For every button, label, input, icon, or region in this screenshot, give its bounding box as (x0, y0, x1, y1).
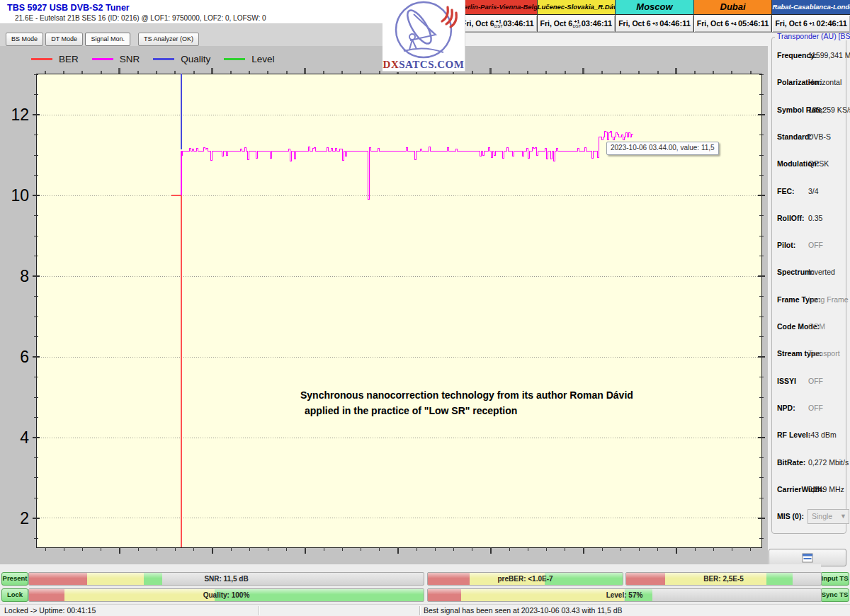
clock-dubai: DubaiFri, Oct 6+405:46:11 (693, 0, 772, 32)
sync-ts-button[interactable]: Sync TS (820, 588, 849, 602)
clock-title: Rabat-Casablanca-London (772, 0, 850, 15)
chart-plot: 24681012 (0, 46, 768, 564)
clock-date: Fri, Oct 6 (540, 19, 573, 28)
svg-text:2: 2 (20, 509, 29, 527)
clock-moscow: MoscowFri, Oct 6+304:46:11 (615, 0, 693, 32)
satellite-dish-icon (382, 0, 465, 59)
param-label-standard-: Standard: (777, 132, 812, 141)
param-label-pilot-: Pilot: (777, 241, 795, 249)
clock-berlin-paris-vienna-belgrade: Berlin-Paris-Vienna-BelgradeFri, Oct 6+1… (459, 0, 537, 32)
quality-bar: Quality: 100% (28, 588, 424, 602)
mis-label: MIS (0): (777, 512, 804, 520)
preber-bar: preBER: <1.0E-7 (427, 572, 623, 586)
chevron-down-icon: ▼ (840, 510, 846, 523)
level-bar: Level: 57% (427, 588, 822, 602)
param-value: CCM (808, 322, 825, 331)
clock-rabat-casablanca-london: Rabat-Casablanca-LondonFri, Oct 6+102:46… (771, 0, 850, 32)
clock-date: Fri, Oct 6 (697, 19, 730, 28)
param-value: 0.35 (808, 214, 822, 222)
best-signal-status: Best signal has been seen at 2023-10-06 … (424, 605, 623, 616)
param-value: OFF (808, 241, 823, 249)
param-label-npd-: NPD: (777, 404, 795, 412)
legend-swatch (31, 58, 52, 60)
svg-text:4: 4 (20, 428, 29, 447)
app-title: TBS 5927 USB DVB-S2 Tuner (7, 3, 130, 13)
clock-utc-offset: +1DST (494, 19, 504, 28)
param-value: 0,249 MHz (808, 485, 844, 494)
clock-utc-offset: +4 (729, 21, 738, 26)
clock-utc-offset: +1 (808, 21, 817, 26)
clock-utc-offset: +1DST (572, 19, 582, 28)
param-value: Long Frame (808, 295, 849, 304)
clock-date: Fri, Oct 6 (775, 19, 808, 28)
param-label-bitrate-: BitRate: (777, 458, 805, 467)
status-bar: Locked -> Uptime: 00:41:15 Best signal h… (0, 604, 850, 616)
param-label-rf-level-: RF Level: (777, 430, 810, 439)
present-button[interactable]: Present (1, 572, 28, 586)
legend-label: BER (59, 54, 79, 64)
svg-text:12: 12 (11, 105, 29, 124)
lock-button[interactable]: Lock (1, 588, 28, 602)
transponder-sidebar: Transponder (AU) [BS] Frequency:11599,34… (768, 32, 850, 604)
param-value: Horizontal (808, 78, 842, 86)
ber-bar: BER: 2,5E-5 (625, 572, 822, 586)
tab-signal-mon-[interactable]: Signal Mon. (85, 33, 130, 46)
mis-select[interactable]: Single▼ (808, 509, 849, 524)
tab-bs-mode[interactable]: BS Mode (6, 33, 43, 46)
param-value: DVB-S (808, 132, 831, 141)
transponder-group-title: Transponder (AU) [BS] (775, 32, 850, 40)
param-label-rolloff-: RollOff: (777, 214, 805, 222)
snr-bar-label: SNR: 11,5 dB (29, 573, 424, 585)
param-value: QPSK (808, 159, 829, 168)
table-icon (802, 553, 813, 563)
logo-text: DXSATCS.COM (382, 59, 465, 71)
clock-title: Lučenec-Slovakia_R.Dávid (538, 0, 616, 15)
clock-date: Fri, Oct 6 (462, 19, 494, 28)
svg-text:8: 8 (20, 267, 29, 285)
chart-tooltip: 2023-10-06 03.44.00, value: 11,5 (606, 142, 719, 155)
tuner-subtitle: 21.6E - Eutelsat 21B SES 16 (ID: 0216) @… (15, 14, 266, 22)
legend-item-snr: SNR (92, 54, 140, 64)
signal-gauges: Present Lock SNR: 11,5 dBpreBER: <1.0E-7… (0, 564, 821, 604)
clock-time-row: Fri, Oct 6+102:46:11 (772, 15, 850, 32)
level-bar-label: Level: 57% (428, 589, 821, 601)
param-value: OFF (808, 404, 823, 412)
clock-title: Dubai (694, 0, 772, 15)
svg-text:6: 6 (20, 348, 29, 366)
param-value: Inverted (808, 268, 835, 276)
param-value: Transport (808, 349, 840, 358)
dxsatcs-logo: DXSATCS.COM (382, 0, 465, 72)
status-divider (419, 606, 420, 615)
clock-title: Berlin-Paris-Vienna-Belgrade (459, 0, 537, 15)
legend-label: SNR (120, 54, 140, 64)
param-label-issyi: ISSYI (777, 377, 796, 385)
param-value: 11599,341 MHz (808, 51, 850, 59)
legend-swatch (153, 58, 174, 60)
param-value: OFF (808, 377, 823, 385)
tab-dt-mode[interactable]: DT Mode (45, 33, 83, 46)
legend-label: Quality (181, 54, 210, 64)
clock-time: 04:46:11 (659, 19, 690, 28)
clock-time-row: Fri, Oct 6+405:46:11 (694, 15, 772, 32)
tab-ts-analyzer-ok-[interactable]: TS Analyzer (OK) (138, 33, 199, 46)
quality-bar-label: Quality: 100% (29, 589, 424, 601)
ber-bar-label: BER: 2,5E-5 (626, 573, 821, 585)
clock-time-row: Fri, Oct 6+304:46:11 (616, 15, 693, 32)
clock-date: Fri, Oct 6 (618, 19, 651, 28)
world-clocks: Berlin-Paris-Vienna-BelgradeFri, Oct 6+1… (459, 0, 850, 33)
legend-item-ber: BER (31, 54, 79, 64)
param-value: 185,259 KS/s (808, 105, 850, 114)
clock-time-row: Fri, Oct 6+1DST03:46:11 (459, 15, 537, 32)
clock-time: 03:46:11 (582, 19, 612, 28)
legend-swatch (92, 58, 113, 60)
legend-label: Level (251, 54, 274, 64)
clock-time: 03:46:11 (503, 19, 533, 28)
param-value: 0,272 Mbit/s (808, 458, 849, 467)
input-ts-button[interactable]: Input TS (820, 572, 849, 586)
clock-time-row: Fri, Oct 6+1DST03:46:11 (538, 15, 616, 32)
svg-text:10: 10 (11, 186, 29, 205)
chart-legend: BERSNRQualityLevel (31, 54, 275, 64)
clock-title: Moscow (616, 0, 693, 15)
chart-annotation-line1: Synchronous nanocorrection technology fr… (300, 389, 633, 401)
clock-time: 02:46:11 (817, 19, 847, 28)
